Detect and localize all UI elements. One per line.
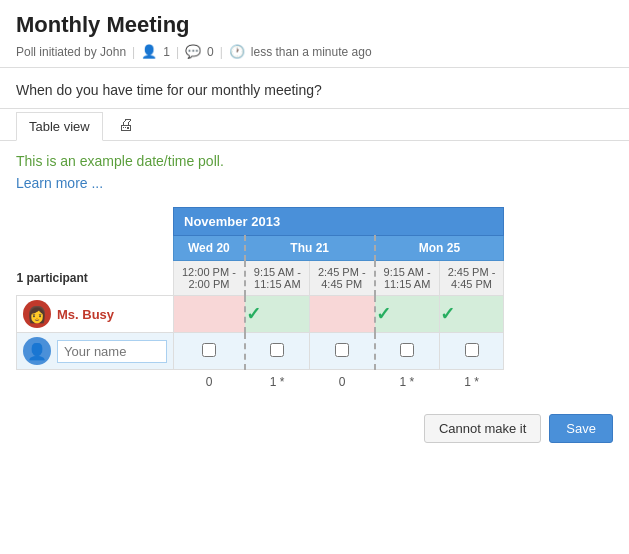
clock-icon: 🕐 <box>229 44 245 59</box>
participants-count: 1 <box>163 45 170 59</box>
your-checkbox-4[interactable] <box>465 343 479 357</box>
your-name-wrapper: 👤 <box>23 337 167 365</box>
user-avatar: 👤 <box>23 337 51 365</box>
time-slot-3: 9:15 AM -11:15 AM <box>375 261 440 296</box>
busy-name-label: Ms. Busy <box>57 307 114 322</box>
poll-table: November 2013 Wed 20 Thu 21 Mon 25 1 par… <box>16 207 504 394</box>
busy-name-wrapper: 👩 Ms. Busy <box>23 300 167 328</box>
separator-3: | <box>220 45 223 59</box>
your-name-row: 👤 <box>17 333 504 370</box>
count-0: 0 <box>174 370 245 395</box>
checkmark-4: ✓ <box>440 304 455 324</box>
month-label: November 2013 <box>174 208 504 236</box>
count-2: 0 <box>309 370 374 395</box>
separator-2: | <box>176 45 179 59</box>
time-slot-0: 12:00 PM -2:00 PM <box>174 261 245 296</box>
time-ago: less than a minute ago <box>251 45 372 59</box>
your-slot-0 <box>174 333 245 370</box>
comments-icon: 💬 <box>185 44 201 59</box>
busy-slot-1: ✓ <box>245 296 310 333</box>
time-header-row: 1 participant 12:00 PM -2:00 PM 9:15 AM … <box>17 261 504 296</box>
time-slot-1: 9:15 AM -11:15 AM <box>245 261 310 296</box>
your-checkbox-0[interactable] <box>202 343 216 357</box>
your-checkbox-3[interactable] <box>400 343 414 357</box>
your-name-cell: 👤 <box>17 333 174 370</box>
your-checkbox-2[interactable] <box>335 343 349 357</box>
footer-actions: Cannot make it Save <box>0 406 629 459</box>
busy-participant-row: 👩 Ms. Busy ✓ ✓ ✓ <box>17 296 504 333</box>
checkmark-1: ✓ <box>246 304 261 324</box>
busy-slot-0 <box>174 296 245 333</box>
day-header-row: Wed 20 Thu 21 Mon 25 <box>17 236 504 261</box>
month-empty-cell <box>17 208 174 236</box>
poll-table-wrapper: November 2013 Wed 20 Thu 21 Mon 25 1 par… <box>16 207 613 394</box>
your-checkbox-1[interactable] <box>270 343 284 357</box>
poll-question: When do you have time for our monthly me… <box>16 82 613 98</box>
your-slot-4 <box>439 333 504 370</box>
day-header-empty <box>17 236 174 261</box>
your-slot-2 <box>309 333 374 370</box>
month-header-row: November 2013 <box>17 208 504 236</box>
count-row: 0 1 * 0 1 * 1 * <box>17 370 504 395</box>
count-3: 1 * <box>375 370 440 395</box>
meta-bar: Poll initiated by John | 👤 1 | 💬 0 | 🕐 l… <box>16 44 613 59</box>
your-slot-1 <box>245 333 310 370</box>
comments-count: 0 <box>207 45 214 59</box>
participant-count-cell: 1 participant <box>17 261 174 296</box>
time-slot-2: 2:45 PM -4:45 PM <box>309 261 374 296</box>
cannot-make-it-button[interactable]: Cannot make it <box>424 414 541 443</box>
count-4: 1 * <box>439 370 504 395</box>
busy-name-cell: 👩 Ms. Busy <box>17 296 174 333</box>
time-slot-4: 2:45 PM -4:45 PM <box>439 261 504 296</box>
tab-table-view[interactable]: Table view <box>16 112 103 141</box>
participants-icon: 👤 <box>141 44 157 59</box>
learn-more-link[interactable]: Learn more ... <box>16 175 103 191</box>
count-empty <box>17 370 174 395</box>
day-mon: Mon 25 <box>375 236 504 261</box>
day-wed: Wed 20 <box>174 236 245 261</box>
question-section: When do you have time for our monthly me… <box>0 68 629 109</box>
page-header: Monthly Meeting Poll initiated by John |… <box>0 0 629 68</box>
content-section: This is an example date/time poll. Learn… <box>0 141 629 406</box>
count-1: 1 * <box>245 370 310 395</box>
separator-1: | <box>132 45 135 59</box>
your-name-input[interactable] <box>57 340 167 363</box>
tabs-bar: Table view 🖨 <box>0 109 629 141</box>
your-slot-3 <box>375 333 440 370</box>
print-button[interactable]: 🖨 <box>107 109 145 141</box>
save-button[interactable]: Save <box>549 414 613 443</box>
page-title: Monthly Meeting <box>16 12 613 38</box>
checkmark-3: ✓ <box>376 304 391 324</box>
example-info-text: This is an example date/time poll. <box>16 153 613 169</box>
busy-slot-3: ✓ <box>375 296 440 333</box>
day-thu: Thu 21 <box>245 236 375 261</box>
busy-slot-4: ✓ <box>439 296 504 333</box>
busy-avatar: 👩 <box>23 300 51 328</box>
busy-slot-2 <box>309 296 374 333</box>
initiator-text: Poll initiated by John <box>16 45 126 59</box>
